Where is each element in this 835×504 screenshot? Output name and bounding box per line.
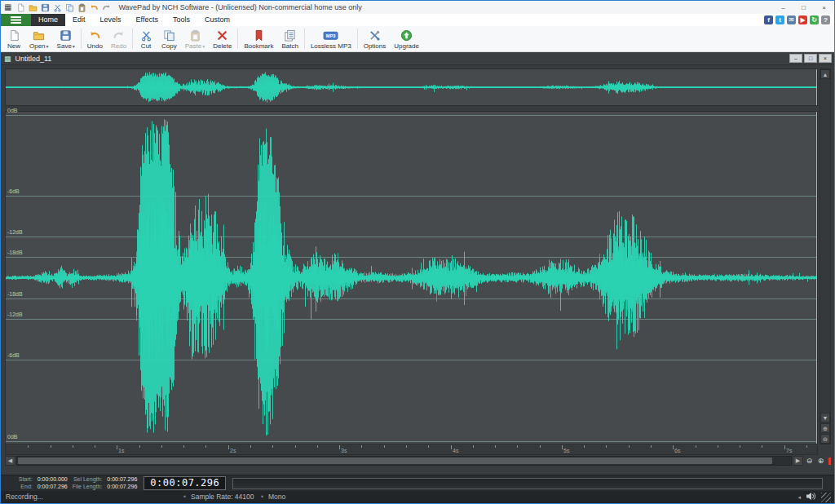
- menu-button[interactable]: [1, 14, 31, 26]
- status-text: Recording...: [6, 493, 43, 501]
- timeline-tick: [495, 445, 496, 448]
- ribbon-button-label: Batch: [281, 42, 298, 50]
- vertical-zoom-in-button[interactable]: ⊕: [820, 423, 830, 433]
- save-icon[interactable]: [40, 2, 50, 12]
- options-button[interactable]: Options: [360, 26, 391, 51]
- overview-canvas[interactable]: [6, 69, 817, 105]
- dropdown-arrow-icon: ▾: [46, 43, 49, 49]
- facebook-icon[interactable]: f: [764, 15, 773, 24]
- timeline-tick: [584, 445, 585, 448]
- email-icon[interactable]: ✉: [787, 15, 796, 24]
- doc-minimize-button[interactable]: –: [789, 54, 802, 63]
- timeline-tick: [361, 445, 362, 448]
- batch-button[interactable]: Batch: [277, 26, 302, 51]
- timeline-label: 5s: [563, 448, 569, 453]
- timeline-label: 6s: [674, 448, 680, 453]
- timeline-ruler[interactable]: 1s2s3s4s5s6s7s: [5, 445, 818, 455]
- scroll-up-button[interactable]: ▲: [820, 69, 830, 79]
- window-title: WavePad by NCH Software - (Unlicensed) N…: [118, 3, 773, 11]
- start-label: Start:: [19, 476, 33, 483]
- scroll-down-button[interactable]: ▼: [820, 413, 830, 422]
- new-button[interactable]: New: [2, 26, 25, 51]
- redo-button: Redo: [107, 26, 130, 51]
- tab-levels[interactable]: Levels: [93, 14, 129, 26]
- timeline-tick: [73, 445, 73, 448]
- undo-icon[interactable]: [89, 2, 99, 12]
- tab-effects[interactable]: Effects: [129, 14, 166, 26]
- file-length-value: 0:00:07.296: [107, 484, 137, 490]
- vertical-zoom-out-button[interactable]: ⊖: [820, 434, 830, 444]
- bookmark-button[interactable]: Bookmark: [240, 26, 277, 51]
- ribbon-tab-bar: HomeEditLevelsEffectsToolsCustom ft✉▶↻?: [1, 14, 834, 26]
- file-length-label: File Length:: [73, 484, 103, 490]
- refresh-icon[interactable]: ↻: [810, 15, 819, 24]
- help-icon[interactable]: ?: [821, 15, 830, 24]
- close-button[interactable]: ×: [814, 1, 834, 14]
- youtube-icon[interactable]: ▶: [798, 15, 807, 24]
- timeline-label: 3s: [341, 448, 347, 453]
- ribbon-separator: [132, 29, 133, 49]
- tab-custom[interactable]: Custom: [197, 14, 237, 26]
- cut-icon[interactable]: [52, 2, 62, 12]
- statusbar-right: ◂: [797, 492, 831, 502]
- timeline-tick: [28, 445, 29, 448]
- end-label: End:: [19, 484, 33, 490]
- zoom-in-button[interactable]: ⊕: [815, 456, 826, 466]
- time-display: 0:00:07.296: [144, 476, 226, 490]
- waveform-canvas[interactable]: [6, 112, 817, 444]
- ribbon-separator: [304, 29, 305, 49]
- scroll-right-button[interactable]: ▶: [793, 456, 803, 466]
- scrollbar-track[interactable]: [16, 456, 792, 466]
- copy-icon[interactable]: [64, 2, 74, 12]
- timeline-tick: [406, 445, 407, 448]
- tab-tools[interactable]: Tools: [166, 14, 197, 26]
- undo-icon: [89, 29, 101, 42]
- copy-button[interactable]: Copy: [157, 26, 181, 51]
- resize-grip[interactable]: [821, 493, 831, 502]
- timeline-tick: [473, 445, 474, 448]
- sel-length-label: Sel Length:: [73, 476, 103, 483]
- tab-edit[interactable]: Edit: [65, 14, 93, 26]
- scrollbar-thumb[interactable]: [18, 458, 772, 464]
- maximize-button[interactable]: □: [793, 1, 814, 14]
- selection-info: Start: 0:00:00.000 Sel Length: 0:00:07.2…: [19, 476, 137, 490]
- speaker-icon[interactable]: [806, 492, 816, 502]
- waveform-editor[interactable]: 0dB0dB-6dB-6dB-12dB-12dB-18dB-18dB: [5, 111, 818, 444]
- timeline-tick: [228, 445, 229, 449]
- undo-button[interactable]: Undo: [83, 26, 107, 51]
- cut-button[interactable]: Cut: [135, 26, 157, 51]
- document-window-controls: –□×: [789, 54, 832, 63]
- zoom-out-button[interactable]: ⊖: [804, 456, 815, 466]
- tab-home[interactable]: Home: [31, 14, 65, 26]
- doc-maximize-button[interactable]: □: [804, 54, 817, 63]
- timeline-tick: [139, 445, 140, 448]
- waveform-overview[interactable]: [5, 69, 818, 106]
- paste-icon[interactable]: [77, 2, 86, 12]
- minimize-button[interactable]: –: [773, 1, 793, 14]
- ribbon-tabs: HomeEditLevelsEffectsToolsCustom: [31, 14, 237, 26]
- ribbon-button-label: Delete: [213, 42, 232, 50]
- save-button[interactable]: Save▾: [53, 26, 79, 51]
- sample-rate-text: Sample Rate: 44100: [191, 493, 254, 501]
- document-icon: ▦: [4, 55, 11, 63]
- open-button[interactable]: Open▾: [25, 26, 53, 51]
- upgrade-button[interactable]: Upgrade: [390, 26, 423, 51]
- lossless-mp3-button[interactable]: MP3Lossless MP3: [307, 26, 356, 51]
- hamburger-icon: [11, 16, 21, 24]
- collapse-arrow-icon[interactable]: ◂: [797, 494, 801, 501]
- redo-icon[interactable]: [101, 2, 111, 12]
- doc-close-button[interactable]: ×: [819, 54, 832, 63]
- twitter-icon[interactable]: t: [775, 15, 784, 24]
- sel-length-value: 0:00:07.296: [107, 476, 137, 483]
- timeline-tick: [51, 445, 51, 448]
- open-file-icon[interactable]: [28, 2, 38, 12]
- new-file-icon[interactable]: [15, 2, 25, 12]
- view-options-toolbar: [5, 466, 6, 475]
- scroll-left-button[interactable]: ◀: [5, 456, 15, 466]
- paste-button: Paste▾: [181, 26, 209, 51]
- folder-icon: [33, 29, 45, 42]
- transport-bar: Start: 0:00:00.000 Sel Length: 0:00:07.2…: [1, 475, 834, 491]
- delete-button[interactable]: Delete: [209, 26, 236, 51]
- timeline-tick: [117, 445, 117, 449]
- timeline-tick: [784, 445, 785, 449]
